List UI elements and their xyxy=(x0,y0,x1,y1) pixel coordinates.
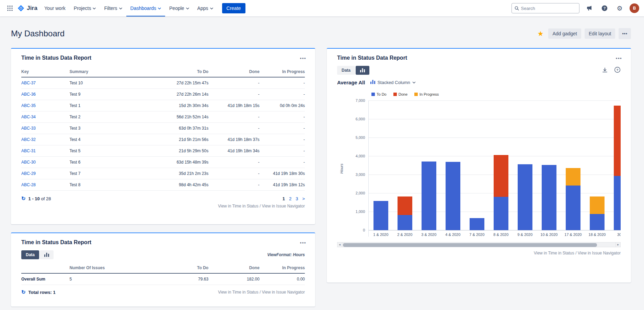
bar-group[interactable] xyxy=(465,218,489,230)
page-1[interactable]: 1 xyxy=(283,196,285,201)
bar-segment[interactable] xyxy=(518,164,532,230)
legend-item[interactable]: To Do xyxy=(371,92,387,96)
page-2[interactable]: 2 xyxy=(289,196,291,201)
notifications-icon[interactable] xyxy=(584,3,595,13)
favorite-star-icon[interactable]: ★ xyxy=(537,29,543,38)
issue-row: ABC-36Test 927d 22h 26m 14s-- xyxy=(21,89,305,100)
bar-segment[interactable] xyxy=(373,201,388,230)
page-3[interactable]: 3 xyxy=(296,196,298,201)
scrollbar-track[interactable] xyxy=(342,242,616,247)
bar-group[interactable] xyxy=(369,201,393,230)
avatar[interactable]: B xyxy=(630,3,639,13)
gadget-menu-icon[interactable]: ••• xyxy=(300,56,306,61)
issue-key-link[interactable]: ABC-35 xyxy=(21,103,36,108)
bar-segment[interactable] xyxy=(590,196,605,214)
issue-key-link[interactable]: ABC-36 xyxy=(21,92,36,97)
view-in-time-in-status-link[interactable]: View in Time in Status xyxy=(218,204,258,208)
chart-scrollbar[interactable]: ◂ ▸ xyxy=(337,242,621,247)
y-tick-label: 5,000 xyxy=(356,135,365,140)
add-gadget-button[interactable]: Add gadget xyxy=(548,28,581,39)
issue-key-link[interactable]: ABC-37 xyxy=(21,81,36,85)
help-circle-icon[interactable]: ? xyxy=(614,67,621,74)
issue-key-link[interactable]: ABC-28 xyxy=(21,182,36,187)
jira-logo-icon xyxy=(17,4,25,12)
data-view-button[interactable]: Data xyxy=(337,66,355,75)
primary-nav: Your work Projects Filters Dashboards Pe… xyxy=(40,0,217,16)
export-icon[interactable] xyxy=(602,67,608,74)
scroll-right-arrow[interactable]: ▸ xyxy=(616,242,621,247)
bar-segment[interactable] xyxy=(446,162,460,230)
view-in-issue-navigator-link[interactable]: View in Issue Navigator xyxy=(578,251,621,255)
refresh-icon[interactable]: ↻ xyxy=(21,195,26,202)
bar-group[interactable] xyxy=(393,196,417,230)
issue-key-link[interactable]: ABC-32 xyxy=(21,137,36,142)
legend-label: Done xyxy=(399,92,407,96)
issue-key-link[interactable]: ABC-33 xyxy=(21,126,36,131)
view-in-time-in-status-link[interactable]: View in Time in Status xyxy=(534,251,574,255)
bar-group[interactable] xyxy=(561,168,585,230)
bar-group[interactable] xyxy=(537,165,561,230)
gadget-time-in-status-chart: Time in Status Data Report ••• Data ? xyxy=(327,48,631,283)
nav-item-your-work[interactable]: Your work xyxy=(40,0,70,16)
bar-segment[interactable] xyxy=(566,168,580,186)
bar-segment[interactable] xyxy=(614,106,621,176)
view-in-issue-navigator-link[interactable]: View in Issue Navigator xyxy=(262,290,305,295)
help-icon[interactable]: ? xyxy=(599,3,610,13)
view-in-time-in-status-link[interactable]: View in Time in Status xyxy=(218,290,258,295)
refresh-icon[interactable]: ↻ xyxy=(21,289,26,295)
bar-group[interactable] xyxy=(585,196,609,230)
scroll-left-arrow[interactable]: ◂ xyxy=(337,242,342,247)
chart-type-select[interactable]: Stacked Column xyxy=(370,80,415,85)
nav-item-dashboards[interactable]: Dashboards xyxy=(126,0,165,16)
nav-item-filters[interactable]: Filters xyxy=(100,0,126,16)
gadget-title: Time in Status Data Report xyxy=(21,55,91,61)
nav-item-people[interactable]: People xyxy=(165,0,193,16)
create-button[interactable]: Create xyxy=(222,3,245,13)
bar-segment[interactable] xyxy=(542,165,556,230)
chart-view-button[interactable] xyxy=(356,66,369,75)
edit-layout-button[interactable]: Edit layout xyxy=(585,28,615,39)
issue-key-link[interactable]: ABC-29 xyxy=(21,171,36,176)
legend-item[interactable]: In Progress xyxy=(414,92,439,96)
y-tick-label: 1,000 xyxy=(356,210,365,214)
data-view-button[interactable]: Data xyxy=(21,250,39,259)
legend-item[interactable]: Done xyxy=(393,92,407,96)
bar-segment[interactable] xyxy=(614,176,621,230)
issue-key-link[interactable]: ABC-34 xyxy=(21,115,36,119)
nav-item-apps[interactable]: Apps xyxy=(193,0,217,16)
bar-segment[interactable] xyxy=(422,162,436,230)
app-switcher-icon[interactable] xyxy=(5,3,15,13)
gadget-menu-icon[interactable]: ••• xyxy=(300,240,306,245)
jira-logo[interactable]: Jira xyxy=(16,4,40,12)
bar-segment[interactable] xyxy=(494,197,508,230)
bar-group[interactable] xyxy=(417,162,441,230)
settings-icon[interactable]: ⚙ xyxy=(614,3,625,13)
gadget-footer-links: View in Time in Status / View in Issue N… xyxy=(218,290,305,295)
chevron-down-icon xyxy=(210,8,213,10)
bar-segment[interactable] xyxy=(398,215,412,230)
bar-segment[interactable] xyxy=(470,218,484,230)
bar-chart-icon xyxy=(44,253,49,257)
view-in-issue-navigator-link[interactable]: View in Issue Navigator xyxy=(262,204,305,208)
issue-row: ABC-37Test 1027d 22h 15m 47s-- xyxy=(21,77,305,89)
next-page-button[interactable]: > xyxy=(302,196,305,201)
gadget-footer-links: View in Time in Status / View in Issue N… xyxy=(21,204,305,208)
chart-view-button[interactable] xyxy=(40,250,54,259)
issues-table: Key Summary To Do Done In Progress ABC-3… xyxy=(21,64,305,191)
chevron-down-icon xyxy=(158,8,161,10)
gadget-menu-icon[interactable]: ••• xyxy=(616,56,622,61)
bar-group[interactable] xyxy=(609,106,621,230)
bar-group[interactable] xyxy=(489,155,513,230)
issue-key-link[interactable]: ABC-31 xyxy=(21,148,36,153)
bar-segment[interactable] xyxy=(494,155,508,197)
issue-key-link[interactable]: ABC-30 xyxy=(21,160,36,165)
bar-segment[interactable] xyxy=(398,196,412,215)
nav-item-projects[interactable]: Projects xyxy=(70,0,100,16)
scrollbar-thumb[interactable] xyxy=(343,243,597,247)
dashboard-more-button[interactable]: ••• xyxy=(619,28,631,39)
bar-segment[interactable] xyxy=(590,214,605,230)
search-input[interactable] xyxy=(521,6,576,11)
bar-group[interactable] xyxy=(441,162,465,230)
bar-group[interactable] xyxy=(513,164,537,230)
bar-segment[interactable] xyxy=(566,186,580,230)
